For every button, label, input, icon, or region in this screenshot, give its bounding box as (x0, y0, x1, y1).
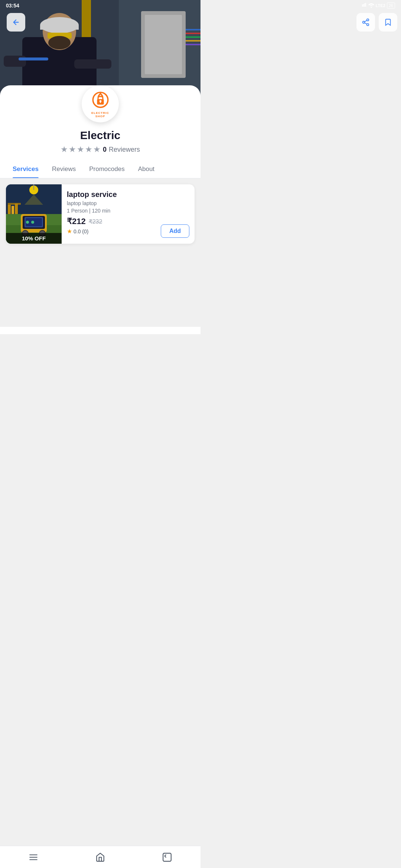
logo-circle: ELECTRIC SHOP (82, 85, 119, 122)
tab-about[interactable]: About (131, 160, 161, 178)
service-rating-text: 0.0 (0) (74, 228, 88, 234)
content-card: ELECTRIC SHOP Electric ★ ★ ★ ★ ★ 0 Revie… (0, 85, 200, 334)
rating-row: ★ ★ ★ ★ ★ 0 Reviewers (0, 143, 200, 160)
add-service-button[interactable]: Add (161, 224, 189, 238)
service-price: ₹212 (67, 217, 86, 226)
tab-reviews[interactable]: Reviews (45, 160, 82, 178)
service-info: laptop service laptop laptop 1 Person | … (62, 184, 195, 244)
svg-point-46 (31, 221, 34, 224)
service-image-container: 10% OFF (6, 184, 62, 244)
back-arrow-icon (12, 18, 20, 26)
tab-services[interactable]: Services (6, 160, 45, 178)
svg-rect-39 (12, 206, 14, 214)
logo-text: ELECTRIC SHOP (91, 111, 109, 118)
reviewers-label: Reviewers (109, 146, 140, 154)
status-time: 03:54 (6, 3, 19, 9)
star-5: ★ (93, 145, 101, 154)
star-2: ★ (69, 145, 76, 154)
services-list: 10% OFF laptop service laptop laptop 1 P… (0, 178, 200, 327)
service-name: laptop service (67, 190, 189, 199)
star-1: ★ (61, 145, 68, 154)
svg-rect-37 (8, 203, 21, 205)
service-description: laptop laptop (67, 200, 189, 206)
svg-rect-38 (8, 205, 11, 214)
stars-container: ★ ★ ★ ★ ★ (61, 145, 101, 154)
star-4: ★ (85, 145, 92, 154)
shop-logo-icon (90, 90, 111, 111)
review-count: 0 (103, 146, 107, 154)
service-star-icon: ★ (67, 228, 72, 235)
shop-name: Electric (0, 126, 200, 143)
tabs-container: Services Reviews Promocodes About (0, 160, 200, 178)
back-button[interactable] (7, 13, 25, 32)
service-meta: 1 Person | 120 min (67, 208, 189, 214)
svg-rect-33 (100, 101, 101, 103)
star-3: ★ (77, 145, 84, 154)
tab-promocodes[interactable]: Promocodes (82, 160, 131, 178)
logo-container: ELECTRIC SHOP (0, 85, 200, 122)
svg-rect-40 (15, 204, 18, 214)
discount-badge: 10% OFF (6, 233, 62, 244)
status-bar: 03:54 LTE2 26 (0, 0, 200, 11)
service-card: 10% OFF laptop service laptop laptop 1 P… (6, 184, 195, 244)
service-original-price: ₹232 (89, 218, 102, 225)
svg-point-45 (26, 221, 29, 224)
